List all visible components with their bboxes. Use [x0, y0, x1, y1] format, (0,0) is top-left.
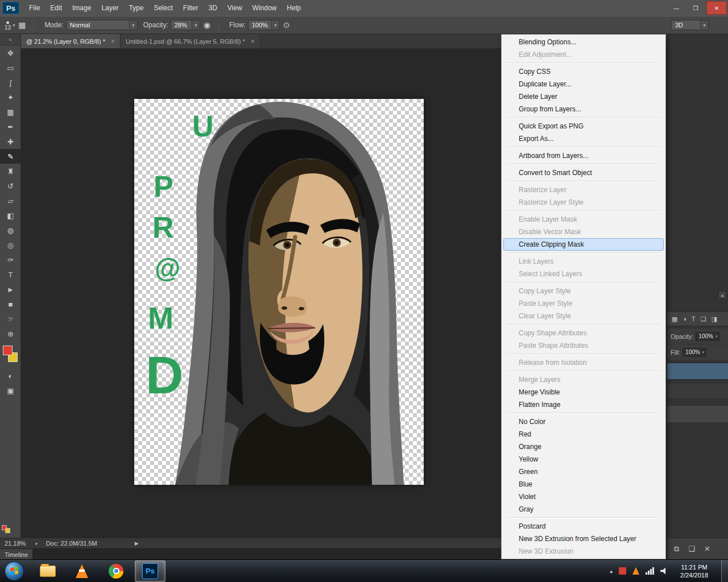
menubar-item[interactable]: Edit — [45, 0, 67, 16]
context-menu-item[interactable] — [507, 210, 660, 211]
path-selection-tool[interactable]: ► — [0, 282, 21, 297]
context-menu-item[interactable]: Green — [503, 465, 664, 478]
new-group-icon[interactable]: ❏ — [688, 544, 695, 553]
taskbar-explorer-button[interactable] — [32, 560, 63, 582]
blend-mode-select[interactable]: Normal ▾ — [66, 20, 138, 30]
history-brush-tool[interactable]: ↺ — [0, 178, 21, 193]
context-menu-item[interactable] — [507, 282, 660, 282]
eyedropper-tool[interactable]: ✒ — [0, 119, 21, 134]
context-menu-item[interactable] — [507, 164, 660, 164]
status-flyout-icon[interactable]: ▸ — [31, 541, 43, 546]
shape-tool[interactable]: ■ — [0, 297, 21, 311]
context-menu-item[interactable]: Merge Visible — [503, 386, 664, 398]
context-menu-item[interactable]: Select Linked Layers — [503, 268, 664, 280]
type-layer-filter-icon[interactable]: T — [692, 315, 696, 322]
type-tool[interactable]: T — [0, 267, 21, 282]
context-menu-item[interactable] — [507, 517, 660, 518]
context-menu-item[interactable]: Delete Layer — [503, 90, 664, 103]
clone-stamp-tool[interactable]: ♜ — [0, 164, 21, 178]
menubar-item[interactable]: Type — [123, 0, 148, 16]
opacity-select[interactable]: 28% ▾ — [171, 20, 200, 30]
quick-selection-tool[interactable]: ✦ — [0, 90, 21, 105]
taskbar-clock[interactable]: 11:21 PM 2/24/2018 — [675, 563, 714, 579]
context-menu-item[interactable]: Enable Layer Mask — [503, 213, 664, 226]
menubar-item[interactable]: 3D — [203, 0, 222, 16]
context-menu-item[interactable]: New 3D Extrusion from Selected Layer — [503, 533, 664, 545]
tray-app-icon[interactable] — [619, 567, 626, 575]
taskbar-photoshop-button[interactable]: Ps — [135, 560, 166, 582]
context-menu-item[interactable]: Flatten Image — [503, 398, 664, 411]
pen-tool[interactable]: ✑ — [0, 252, 21, 267]
tab-close-icon[interactable]: × — [111, 38, 115, 45]
context-menu-item[interactable]: Violet — [503, 490, 664, 503]
healing-brush-tool[interactable]: ✚ — [0, 134, 21, 149]
context-menu-item[interactable]: Blending Options... — [503, 36, 664, 48]
context-menu-item[interactable]: Quick Export as PNG — [503, 120, 664, 132]
layer-row[interactable] — [667, 384, 728, 399]
context-menu-item[interactable]: Convert to Smart Object — [503, 167, 664, 179]
context-menu-item[interactable]: Rasterize Layer Style — [503, 196, 664, 209]
network-icon[interactable] — [646, 567, 654, 575]
context-menu-item[interactable]: Artboard from Layers... — [503, 149, 664, 162]
context-menu-item[interactable] — [507, 413, 660, 413]
close-button[interactable]: ✕ — [706, 1, 727, 15]
context-menu-item[interactable] — [507, 252, 660, 253]
menubar-item[interactable]: View — [222, 0, 247, 16]
smart-object-filter-icon[interactable]: ◨ — [712, 315, 717, 323]
menubar-item[interactable]: Image — [67, 0, 96, 16]
menubar-item[interactable]: Select — [148, 0, 177, 16]
document-canvas[interactable]: P R @ M D U — [134, 99, 424, 485]
link-layers-icon[interactable]: ⧉ — [674, 544, 679, 554]
context-menu-item[interactable]: Gray — [503, 503, 664, 516]
context-menu-item[interactable] — [507, 371, 660, 371]
context-menu-item[interactable]: Merge Layers — [503, 373, 664, 386]
context-menu-item[interactable]: Rasterize Layer — [503, 184, 664, 196]
status-menu-arrow-icon[interactable]: ▶ — [101, 541, 139, 546]
context-menu-item[interactable]: New 3D Extrusion — [503, 545, 664, 558]
foreground-color-swatch[interactable] — [3, 346, 13, 355]
shape-layer-filter-icon[interactable]: ❏ — [701, 315, 706, 323]
context-menu-item[interactable]: Duplicate Layer... — [503, 78, 664, 90]
tab-close-icon[interactable]: × — [251, 38, 255, 45]
context-menu-item[interactable]: Paste Layer Style — [503, 297, 664, 310]
hidden-icons-chevron-icon[interactable]: ▴ — [610, 568, 613, 574]
flow-select[interactable]: 100% ▾ — [248, 20, 280, 30]
screen-mode-button[interactable]: ▣ — [0, 383, 21, 398]
context-menu-item[interactable]: Postcard — [503, 520, 664, 533]
context-menu-item[interactable]: Group from Layers... — [503, 103, 664, 115]
context-menu-item[interactable]: Export As... — [503, 132, 664, 145]
context-menu-item[interactable]: No Color — [503, 415, 664, 428]
pen-pressure-opacity-icon[interactable]: ◉ — [204, 20, 210, 30]
document-tab[interactable]: Untitled-1.psd @ 66.7% (Layer 5, RGB/8) … — [121, 34, 260, 48]
workspace-select[interactable]: 3D ▾ — [671, 20, 709, 30]
adjustment-layer-filter-icon[interactable]: ◑ — [682, 315, 686, 322]
hand-tool[interactable]: ☞ — [0, 311, 21, 326]
scroll-up-icon[interactable]: ▴ — [718, 291, 726, 299]
context-menu-item[interactable]: Copy Layer Style — [503, 285, 664, 297]
layers-opacity-select[interactable]: 100% ▾ — [696, 332, 719, 341]
volume-icon[interactable] — [660, 568, 668, 575]
context-menu-item[interactable]: Yellow — [503, 453, 664, 465]
context-menu-item[interactable] — [507, 354, 660, 354]
context-menu-item[interactable] — [507, 117, 660, 118]
restore-button[interactable]: ❐ — [687, 2, 704, 14]
context-menu-item[interactable]: Red — [503, 428, 664, 440]
menubar-item[interactable]: Filter — [178, 0, 204, 16]
dodge-tool[interactable]: ◎ — [0, 238, 21, 252]
eraser-tool[interactable]: ▱ — [0, 193, 21, 208]
taskbar-vlc-button[interactable] — [67, 560, 97, 582]
gradient-tool[interactable]: ◧ — [0, 208, 21, 223]
start-button[interactable] — [5, 562, 24, 581]
airbrush-icon[interactable]: ⊙ — [283, 20, 290, 30]
menubar-item[interactable]: File — [24, 0, 45, 16]
marquee-tool[interactable]: ▭ — [0, 60, 21, 75]
context-menu-item[interactable]: Blue — [503, 478, 664, 490]
context-menu-item[interactable]: Link Layers — [503, 255, 664, 268]
context-menu-item[interactable]: Disable Vector Mask — [503, 226, 664, 238]
collapse-panel-icon[interactable]: « — [0, 34, 20, 45]
brush-tool[interactable]: ✎ — [0, 149, 21, 164]
context-menu-item[interactable] — [507, 181, 660, 181]
pixel-layer-filter-icon[interactable]: ▦ — [672, 315, 677, 323]
crop-tool[interactable]: ▦ — [0, 105, 21, 119]
context-menu-item[interactable]: Orange — [503, 440, 664, 453]
